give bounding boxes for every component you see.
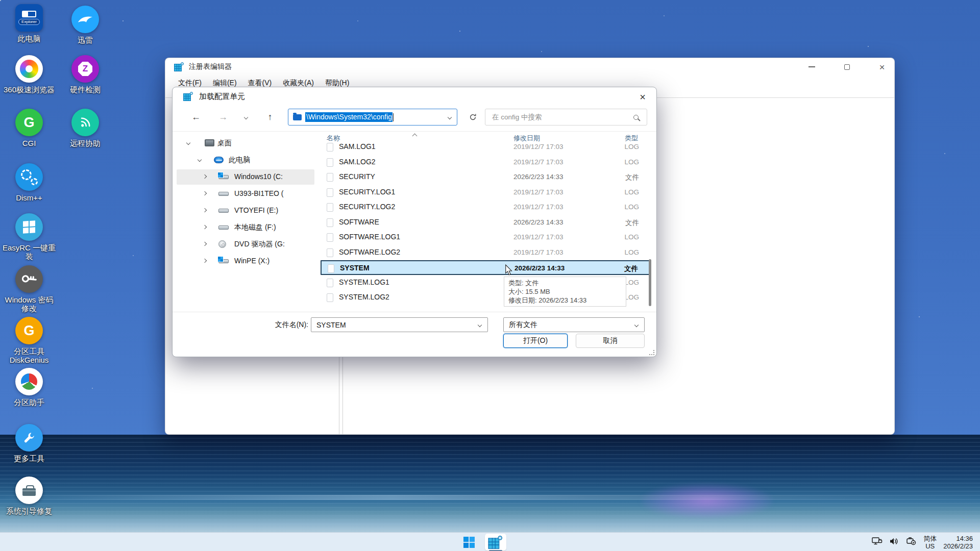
tree-item-3[interactable]: Windows10 (C: <box>177 169 314 185</box>
file-type: LOG <box>624 143 639 151</box>
tooltip-size: 大小: 15.5 MB <box>508 287 622 296</box>
search-box[interactable]: 在 config 中搜索 <box>485 109 647 126</box>
desktop-icon-label: 此电脑 <box>1 34 57 43</box>
filetype-filter-combobox[interactable]: 所有文件 <box>503 317 645 332</box>
file-row-SOFTWARE[interactable]: SOFTWARE2026/2/23 14:33文件 <box>321 215 650 230</box>
network-icon[interactable] <box>872 537 883 547</box>
file-name: SYSTEM.LOG2 <box>339 293 389 301</box>
safely-remove-hardware-icon[interactable] <box>906 537 917 547</box>
file-name: SAM.LOG1 <box>339 142 376 151</box>
volume-icon[interactable] <box>889 537 899 547</box>
file-row-SAM.LOG2[interactable]: SAM.LOG22019/12/7 17:03LOG <box>321 155 650 170</box>
tree-item-label: 本地磁盘 (F:) <box>234 223 276 232</box>
chevron-collapsed-icon[interactable] <box>203 242 207 246</box>
dialog-close-icon[interactable]: × <box>635 90 650 104</box>
forward-arrow-icon[interactable]: → <box>215 109 231 126</box>
minimize-button[interactable] <box>798 58 825 76</box>
windows-logo-icon <box>463 537 475 548</box>
maximize-button[interactable] <box>834 58 860 76</box>
file-icon <box>327 279 333 287</box>
desktop-icon-11[interactable]: 分区助手 <box>1 368 57 407</box>
input-method-indicator[interactable]: 简体 US <box>923 535 937 550</box>
this-pc-icon <box>214 155 226 165</box>
file-date: 2019/12/7 17:03 <box>513 158 564 166</box>
chevron-expanded-icon[interactable] <box>198 158 202 162</box>
file-name: SECURITY.LOG1 <box>339 188 395 196</box>
chevron-collapsed-icon[interactable] <box>203 259 207 263</box>
footer-separator <box>173 312 656 312</box>
cancel-button[interactable]: 取消 <box>576 334 645 348</box>
desktop-icon-8[interactable]: EasyRC 一键重装 <box>1 213 57 261</box>
file-name: SAM.LOG2 <box>339 158 376 166</box>
file-row-SOFTWARE.LOG1[interactable]: SOFTWARE.LOG12019/12/7 17:03LOG <box>321 230 650 245</box>
desktop-icon-4[interactable]: Z硬件检测 <box>57 55 113 94</box>
filename-combobox[interactable]: SYSTEM <box>311 317 488 332</box>
tree-item-7[interactable]: DVD 驱动器 (G: <box>177 237 314 252</box>
file-row-SOFTWARE.LOG2[interactable]: SOFTWARE.LOG22019/12/7 17:03LOG <box>321 245 650 260</box>
desktop-icon-12[interactable]: 更多工具 <box>1 424 57 463</box>
tree-item-8[interactable]: WinPE (X:) <box>177 254 314 269</box>
desktop-icon-13[interactable]: 系统引导修复 <box>1 477 57 515</box>
file-date: 2019/12/7 17:03 <box>513 203 564 211</box>
file-icon <box>327 293 333 302</box>
file-row-SYSTEM[interactable]: SYSTEM2026/2/23 14:33文件 <box>321 260 650 275</box>
chevron-collapsed-icon[interactable] <box>203 225 207 229</box>
filter-dropdown-chevron-icon[interactable] <box>634 322 639 327</box>
chevron-expanded-icon[interactable] <box>186 141 190 145</box>
drive-icon <box>218 222 231 232</box>
start-button[interactable] <box>458 534 480 550</box>
file-icon <box>327 188 333 197</box>
dialog-title: 加载配置单元 <box>199 92 245 102</box>
desktop-icon-2[interactable]: 迅雷 <box>57 6 113 44</box>
file-type: 文件 <box>624 264 638 273</box>
tree-item-2[interactable]: 此电脑 <box>177 153 314 168</box>
sea-streaks <box>0 435 980 532</box>
file-info-tooltip: 类型: 文件 大小: 15.5 MB 修改日期: 2026/2/23 14:33 <box>504 277 626 307</box>
desktop-monitor-icon <box>205 138 217 148</box>
address-bar[interactable]: \Windows\System32\config <box>288 109 457 126</box>
up-arrow-icon[interactable]: ↑ <box>262 109 278 126</box>
search-icon[interactable] <box>633 115 639 120</box>
tree-item-5[interactable]: VTOYEFI (E:) <box>177 203 314 218</box>
file-name: SECURITY <box>339 172 375 181</box>
desktop-icon-5[interactable]: GCGI <box>1 109 57 147</box>
file-type: LOG <box>624 158 639 166</box>
desktop-icon-1[interactable]: Explorer此电脑 <box>1 4 57 43</box>
desktop-icon-6[interactable]: 远程协助 <box>57 109 113 147</box>
windows-drive-icon <box>218 171 231 182</box>
desktop-icon-7[interactable]: Dism++ <box>1 163 57 202</box>
resize-grip[interactable] <box>649 350 654 355</box>
scroll-up-chevron-icon[interactable] <box>413 131 416 139</box>
recent-locations-chevron-icon[interactable] <box>238 109 254 126</box>
system-tray: 简体 US 14:36 2026/2/23 <box>872 533 973 551</box>
tooltip-type: 类型: 文件 <box>508 279 622 287</box>
desktop-icon-9[interactable]: Windows 密码修改 <box>1 265 57 313</box>
close-button[interactable]: × <box>869 58 895 76</box>
ime-language: 简体 <box>923 535 937 542</box>
filename-label: 文件名(N): <box>249 320 308 330</box>
tree-item-1[interactable]: 桌面 <box>177 136 314 151</box>
sea-wallpaper <box>0 435 980 532</box>
file-row-SECURITY.LOG2[interactable]: SECURITY.LOG22019/12/7 17:03LOG <box>321 200 650 215</box>
clock[interactable]: 14:36 2026/2/23 <box>943 535 973 550</box>
chevron-collapsed-icon[interactable] <box>203 208 207 212</box>
address-dropdown-chevron-icon[interactable] <box>448 115 452 119</box>
desktop-icon-3[interactable]: 360极速浏览器 <box>1 55 57 94</box>
filename-dropdown-chevron-icon[interactable] <box>478 322 482 327</box>
taskbar-regedit-button[interactable] <box>485 534 506 550</box>
chevron-collapsed-icon[interactable] <box>203 191 207 195</box>
regedit-titlebar: 注册表编辑器 <box>165 58 894 76</box>
chevron-collapsed-icon[interactable] <box>203 174 207 179</box>
desktop-icon-10[interactable]: G分区工具 DiskGenius <box>1 317 57 364</box>
back-arrow-icon[interactable]: ← <box>188 109 204 126</box>
file-row-SECURITY[interactable]: SECURITY2026/2/23 14:33文件 <box>321 170 650 185</box>
file-icon <box>327 158 333 167</box>
tree-item-4[interactable]: U393-BI1TEO ( <box>177 186 314 202</box>
refresh-icon[interactable] <box>464 109 481 126</box>
file-row-SECURITY.LOG1[interactable]: SECURITY.LOG12019/12/7 17:03LOG <box>321 185 650 200</box>
file-row-SAM.LOG1[interactable]: SAM.LOG12019/12/7 17:03LOG <box>321 140 650 155</box>
open-button[interactable]: 打开(O) <box>503 334 568 348</box>
list-scrollbar-thumb[interactable] <box>649 259 651 306</box>
tree-item-6[interactable]: 本地磁盘 (F:) <box>177 220 314 235</box>
star-speckles <box>0 0 1 1</box>
